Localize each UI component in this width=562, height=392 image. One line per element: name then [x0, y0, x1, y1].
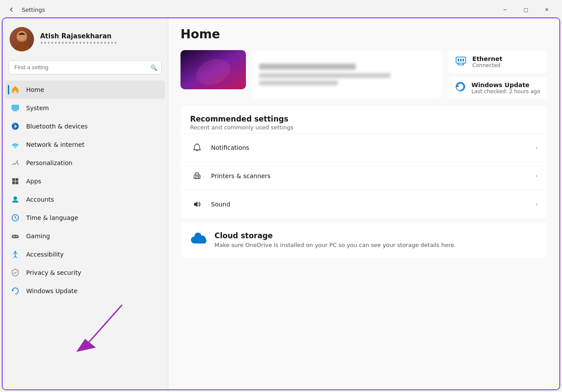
sidebar: Atish Rajasekharan •••••••••••••••••••••… [3, 18, 168, 389]
svg-point-16 [17, 236, 18, 237]
profile-info: Atish Rajasekharan •••••••••••••••••••••… [40, 32, 118, 46]
search-icon: 🔍 [150, 64, 157, 71]
ethernet-status-text: Ethernet Connected [472, 55, 502, 68]
ethernet-icon [455, 54, 467, 69]
notifications-item[interactable]: Notifications › [181, 133, 547, 162]
sidebar-item-personalization[interactable]: Personalization [5, 154, 165, 172]
sidebar-item-label: Gaming [26, 233, 50, 240]
sound-icon [190, 197, 204, 211]
sidebar-item-label: Apps [26, 178, 41, 185]
sidebar-item-system[interactable]: System [5, 99, 165, 117]
recommended-settings-card: Recommended settings Recent and commonly… [181, 106, 547, 218]
svg-rect-4 [14, 110, 17, 111]
svg-point-15 [16, 236, 17, 237]
sidebar-item-privacy[interactable]: Privacy & security [5, 264, 165, 282]
cloud-content: Cloud storage Make sure OneDrive is inst… [215, 231, 456, 248]
svg-point-12 [14, 196, 17, 200]
home-icon [10, 85, 20, 95]
sidebar-item-bluetooth[interactable]: Bluetooth & devices [5, 117, 165, 135]
sidebar-item-apps[interactable]: Apps [5, 172, 165, 190]
svg-rect-14 [12, 235, 19, 238]
svg-rect-27 [195, 177, 199, 179]
back-button[interactable] [5, 3, 17, 16]
svg-rect-8 [12, 178, 15, 181]
sidebar-item-network[interactable]: Network & internet [5, 135, 165, 154]
sidebar-item-label: Windows Update [26, 287, 78, 294]
windows-update-status-card[interactable]: Windows Update Last checked: 2 hours ago [448, 77, 547, 99]
sound-chevron: › [535, 201, 538, 207]
update-status-text: Windows Update Last checked: 2 hours ago [471, 81, 540, 95]
svg-marker-29 [194, 202, 198, 207]
sound-item[interactable]: Sound › [181, 190, 547, 218]
profile-email: •••••••••••••••••••••• [40, 40, 118, 46]
apps-icon [10, 176, 20, 186]
printers-item[interactable]: Printers & scanners › [181, 162, 547, 190]
recommended-subtitle: Recent and commonly used settings [190, 124, 538, 131]
svg-point-2 [17, 31, 27, 41]
ethernet-subtitle: Connected [472, 62, 502, 68]
svg-rect-22 [460, 59, 462, 61]
svg-rect-10 [12, 182, 15, 185]
svg-rect-5 [13, 111, 18, 112]
device-info-blurred [252, 50, 442, 99]
svg-point-28 [198, 176, 199, 177]
sidebar-item-label: Time & language [26, 214, 78, 221]
printers-chevron: › [535, 173, 538, 179]
search-bar[interactable]: 🔍 [9, 60, 162, 74]
svg-rect-3 [12, 105, 19, 110]
recommended-header: Recommended settings Recent and commonly… [181, 106, 547, 133]
sidebar-item-home[interactable]: Home [5, 81, 165, 99]
main-content: Home [168, 18, 559, 389]
top-row: Ethernet Connected [181, 50, 547, 99]
close-button[interactable]: ✕ [537, 3, 557, 17]
notifications-icon [190, 141, 204, 155]
privacy-icon [10, 268, 20, 277]
active-indicator [8, 85, 9, 95]
notifications-chevron: › [535, 145, 538, 151]
sidebar-item-label: Accessibility [26, 251, 64, 258]
cloud-storage-card: Cloud storage Make sure OneDrive is inst… [181, 223, 547, 258]
sidebar-item-label: System [26, 105, 49, 112]
window-controls: ─ □ ✕ [495, 3, 557, 17]
sidebar-item-update[interactable]: Windows Update [5, 282, 165, 300]
sidebar-item-gaming[interactable]: Gaming [5, 227, 165, 245]
ethernet-title: Ethernet [472, 55, 502, 62]
minimize-button[interactable]: ─ [495, 3, 515, 17]
recommended-title: Recommended settings [190, 115, 538, 123]
nav-list: Home System [3, 79, 168, 302]
maximize-button[interactable]: □ [516, 3, 536, 17]
network-icon [10, 140, 20, 149]
cloud-title: Cloud storage [215, 231, 456, 240]
svg-rect-23 [463, 59, 464, 61]
sidebar-item-label: Accounts [26, 196, 54, 203]
svg-rect-9 [16, 178, 19, 181]
sidebar-item-label: Home [26, 86, 44, 93]
profile-name: Atish Rajasekharan [40, 32, 118, 40]
avatar [10, 27, 34, 51]
bluetooth-icon [10, 122, 20, 131]
svg-rect-26 [195, 173, 199, 175]
sidebar-item-label: Bluetooth & devices [26, 123, 88, 130]
status-cards: Ethernet Connected [448, 50, 547, 99]
page-title: Home [181, 27, 547, 41]
svg-point-7 [15, 147, 16, 148]
titlebar: Settings ─ □ ✕ [0, 0, 562, 17]
update-title: Windows Update [471, 81, 540, 88]
ethernet-status-card[interactable]: Ethernet Connected [448, 50, 547, 73]
search-input[interactable] [9, 60, 162, 74]
notifications-label: Notifications [211, 144, 535, 151]
profile-section[interactable]: Atish Rajasekharan •••••••••••••••••••••… [3, 18, 168, 58]
time-icon [10, 213, 20, 223]
personalization-icon [10, 158, 20, 168]
update-subtitle: Last checked: 2 hours ago [471, 88, 540, 95]
sidebar-item-label: Network & internet [26, 141, 85, 148]
sidebar-item-accounts[interactable]: Accounts [5, 190, 165, 209]
device-thumbnail [181, 50, 246, 89]
cloud-description: Make sure OneDrive is installed on your … [215, 242, 456, 248]
sidebar-item-accessibility[interactable]: Accessibility [5, 245, 165, 264]
sidebar-item-label: Privacy & security [26, 269, 81, 276]
sidebar-item-time[interactable]: Time & language [5, 209, 165, 227]
app-title: Settings [22, 7, 45, 13]
printers-label: Printers & scanners [211, 172, 535, 179]
windows-update-icon [455, 81, 466, 95]
